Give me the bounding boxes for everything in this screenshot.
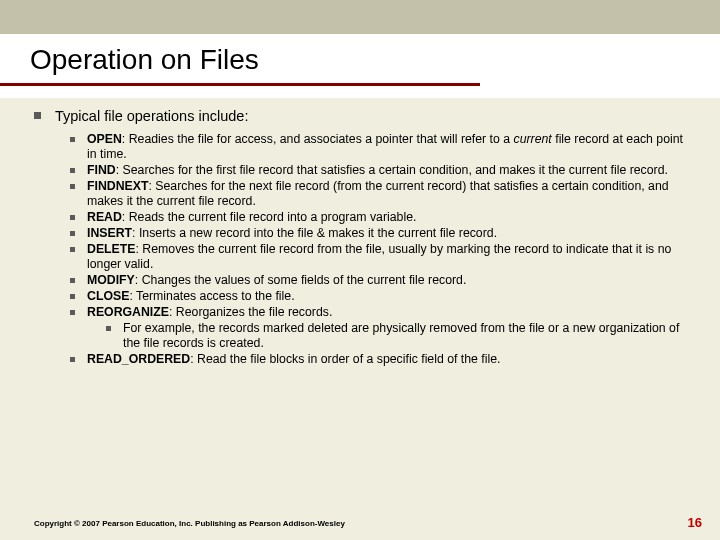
op-row: OPEN: Readies the file for access, and a… [34, 132, 692, 162]
op-name: DELETE [87, 242, 136, 256]
op-text: FINDNEXT: Searches for the next file rec… [87, 179, 692, 209]
op-name: REORGANIZE [87, 305, 169, 319]
op-desc: : Reads the current file record into a p… [122, 210, 417, 224]
op-row: INSERT: Inserts a new record into the fi… [34, 226, 692, 241]
op-text: DELETE: Removes the current file record … [87, 242, 692, 272]
square-bullet-icon [34, 112, 41, 119]
op-example-text: For example, the records marked deleted … [123, 321, 692, 351]
content-area: Typical file operations include: OPEN: R… [34, 108, 692, 368]
op-desc: : Terminates access to the file. [129, 289, 294, 303]
op-desc: : Inserts a new record into the file & m… [132, 226, 497, 240]
op-name: INSERT [87, 226, 132, 240]
op-row: DELETE: Removes the current file record … [34, 242, 692, 272]
lead-text: Typical file operations include: [55, 108, 248, 126]
op-desc: : Removes the current file record from t… [87, 242, 671, 271]
op-text: REORGANIZE: Reorganizes the file records… [87, 305, 332, 320]
title-underline [0, 83, 480, 86]
op-name: READ [87, 210, 122, 224]
square-bullet-icon [106, 326, 111, 331]
op-text: READ_ORDERED: Read the file blocks in or… [87, 352, 501, 367]
square-bullet-icon [70, 278, 75, 283]
page-number: 16 [688, 515, 702, 530]
square-bullet-icon [70, 310, 75, 315]
op-text: INSERT: Inserts a new record into the fi… [87, 226, 497, 241]
op-name: FINDNEXT [87, 179, 149, 193]
op-row: READ_ORDERED: Read the file blocks in or… [34, 352, 692, 367]
op-desc: : Changes the values of some fields of t… [135, 273, 467, 287]
op-row: CLOSE: Terminates access to the file. [34, 289, 692, 304]
op-text: OPEN: Readies the file for access, and a… [87, 132, 692, 162]
op-text: MODIFY: Changes the values of some field… [87, 273, 466, 288]
square-bullet-icon [70, 231, 75, 236]
op-desc: : Readies the file for access, and assoc… [122, 132, 514, 146]
op-text: CLOSE: Terminates access to the file. [87, 289, 295, 304]
op-italic: current [514, 132, 552, 146]
op-row: FINDNEXT: Searches for the next file rec… [34, 179, 692, 209]
op-name: FIND [87, 163, 116, 177]
op-row: MODIFY: Changes the values of some field… [34, 273, 692, 288]
copyright-text: Copyright © 2007 Pearson Education, Inc.… [34, 519, 345, 528]
op-desc: : Reorganizes the file records. [169, 305, 332, 319]
op-name: READ_ORDERED [87, 352, 190, 366]
op-example-row: For example, the records marked deleted … [34, 321, 692, 351]
square-bullet-icon [70, 184, 75, 189]
lead-row: Typical file operations include: [34, 108, 692, 126]
square-bullet-icon [70, 357, 75, 362]
square-bullet-icon [70, 294, 75, 299]
op-row: REORGANIZE: Reorganizes the file records… [34, 305, 692, 320]
op-name: CLOSE [87, 289, 129, 303]
op-name: MODIFY [87, 273, 135, 287]
op-desc: : Searches for the next file record (fro… [87, 179, 669, 208]
square-bullet-icon [70, 247, 75, 252]
square-bullet-icon [70, 168, 75, 173]
op-row: READ: Reads the current file record into… [34, 210, 692, 225]
op-row: FIND: Searches for the first file record… [34, 163, 692, 178]
slide-title: Operation on Files [30, 44, 259, 76]
op-name: OPEN [87, 132, 122, 146]
op-desc: : Read the file blocks in order of a spe… [190, 352, 500, 366]
top-accent-band [0, 0, 720, 34]
square-bullet-icon [70, 215, 75, 220]
op-desc: : Searches for the first file record tha… [116, 163, 668, 177]
square-bullet-icon [70, 137, 75, 142]
op-text: READ: Reads the current file record into… [87, 210, 416, 225]
op-text: FIND: Searches for the first file record… [87, 163, 668, 178]
